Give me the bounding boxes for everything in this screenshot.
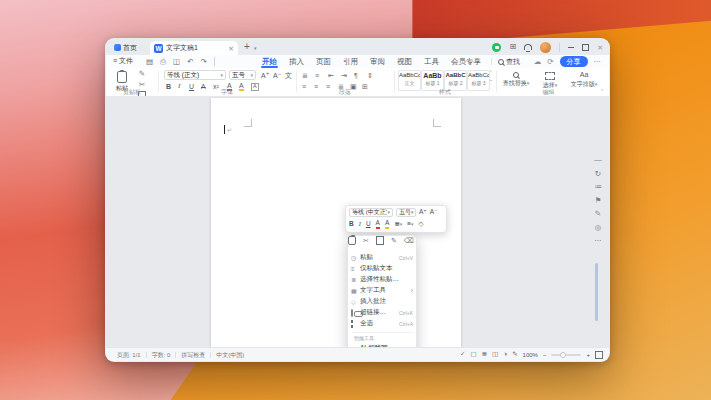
styles-down-icon[interactable]: ⌄ (489, 78, 493, 83)
paragraph-mark-icon[interactable]: ¶ (354, 72, 358, 79)
mini-bullets-icon[interactable]: ≣▾ (394, 221, 402, 228)
mini-font-size-select[interactable]: 五号▾ (396, 208, 416, 217)
copy-icon[interactable] (376, 236, 384, 245)
mini-decrease-font-icon[interactable]: A⁻ (430, 209, 438, 216)
find-replace-button[interactable]: 查找替换▾ (500, 71, 532, 86)
history-sync-icon[interactable]: ⟳ (547, 58, 553, 66)
styles-up-icon[interactable]: ⌃ (489, 71, 493, 76)
annotate-pen-icon[interactable]: ✎ (595, 210, 601, 218)
format-painter-icon[interactable]: ✎ (391, 237, 397, 244)
delete-icon[interactable]: ⌫ (404, 237, 414, 244)
outline-view-icon[interactable]: ≣ (482, 351, 487, 358)
font-size-select[interactable]: 五号▾ (229, 70, 256, 80)
menu-item-text-tools[interactable]: ▦ 文字工具 › (351, 285, 413, 296)
minimize-button[interactable] (568, 47, 574, 48)
format-painter-icon[interactable]: ✎ (139, 70, 145, 78)
cut-icon[interactable]: ✂ (139, 81, 145, 89)
more-tools-icon[interactable]: ⋯ (594, 237, 602, 245)
outline-icon[interactable]: ≔ (594, 183, 602, 191)
font-family-select[interactable]: 等线 (正文)▾ (164, 70, 226, 80)
page-count[interactable]: 页面: 1/1 (112, 352, 147, 358)
home-tab[interactable]: 首页 (111, 41, 140, 53)
spell-check-status[interactable]: 拼写检查 (176, 352, 211, 358)
tab-page[interactable]: 页面 (310, 55, 337, 68)
close-window-button[interactable]: ✕ (597, 44, 603, 51)
pinyin-guide-icon[interactable]: 文 (285, 72, 292, 79)
fullscreen-icon[interactable] (595, 351, 603, 359)
history-icon[interactable]: ↻ (595, 170, 601, 178)
select-button[interactable]: 选择▾ (534, 71, 566, 88)
tab-insert[interactable]: 插入 (283, 55, 310, 68)
share-button[interactable]: 分享 (560, 56, 588, 67)
mini-align-icon[interactable]: ≡▾ (407, 221, 413, 228)
menu-item-select-all[interactable]: 全选 Ctrl+A (351, 318, 413, 329)
menu-item-insert-comment[interactable]: ◇ 插入批注 (351, 296, 413, 307)
zoom-slider-thumb[interactable] (560, 352, 566, 358)
maximize-button[interactable] (582, 44, 589, 51)
line-spacing-icon[interactable]: ⇕ (367, 72, 373, 79)
page-view-icon[interactable]: ▢ (470, 351, 476, 358)
tab-references[interactable]: 引用 (337, 55, 364, 68)
style-normal[interactable]: AaBbCcDd正文 (398, 70, 421, 91)
menu-item-hyperlink[interactable]: 超链接… Ctrl+K (351, 307, 413, 318)
mini-bold-button[interactable]: B (349, 221, 354, 228)
zoom-in-button[interactable]: + (586, 352, 590, 358)
undo-icon[interactable]: ↶ (187, 58, 193, 66)
mini-format-painter-icon[interactable]: ◇ (419, 221, 424, 228)
zoom-level[interactable]: 100% (523, 352, 538, 358)
menu-item-paste[interactable]: ◷ 粘贴 Ctrl+V (351, 252, 413, 263)
zoom-slider[interactable] (551, 354, 581, 356)
print-icon[interactable]: ⎙ (160, 58, 166, 66)
decrease-font-icon[interactable]: A⁻ (273, 72, 281, 79)
save-icon[interactable]: ▤ (146, 58, 153, 66)
mini-underline-button[interactable]: U (366, 221, 371, 228)
tab-home[interactable]: 开始 (256, 55, 283, 68)
style-heading2[interactable]: AaBbC标题 2 (444, 70, 467, 91)
spell-check-icon[interactable]: ✓ (460, 351, 465, 358)
bookmark-flag-icon[interactable]: ⚑ (595, 197, 602, 205)
tab-list-chevron-icon[interactable]: ▾ (254, 45, 257, 51)
paste-icon[interactable] (348, 236, 356, 245)
cloud-sync-icon[interactable]: ☁ (534, 58, 542, 66)
file-menu-button[interactable]: ≡ 文件 (113, 57, 133, 64)
ribbon-collapse-icon[interactable]: ⌃ (600, 88, 604, 94)
mini-font-family-select[interactable]: 等线 (中文正文)▾ (349, 208, 393, 217)
mini-font-color-button[interactable]: A (376, 220, 380, 229)
document-tab[interactable]: W 文字文稿1 ✕ (150, 41, 238, 55)
mini-highlight-button[interactable]: A (385, 220, 389, 229)
redo-icon[interactable]: ↷ (200, 58, 206, 66)
ribbon-search[interactable]: 查找 (491, 58, 520, 65)
tab-member[interactable]: 会员专享 (445, 55, 487, 68)
mini-increase-font-icon[interactable]: A⁺ (419, 209, 427, 216)
bullets-icon[interactable]: ≣ (302, 72, 308, 79)
new-tab-button[interactable]: + (244, 42, 250, 52)
menu-item-paste-special[interactable]: ≣ 选择性粘贴… (351, 274, 413, 285)
increase-font-icon[interactable]: A⁺ (261, 72, 269, 79)
tab-tools[interactable]: 工具 (418, 55, 445, 68)
cut-icon[interactable]: ✂ (363, 237, 369, 244)
vertical-scrollbar[interactable] (595, 263, 598, 321)
apps-grid-icon[interactable]: ⊞ (509, 43, 516, 51)
wps-ai-icon[interactable] (492, 43, 501, 52)
notifications-bell-icon[interactable] (524, 44, 532, 50)
edit-mode-icon[interactable]: ✎ (512, 351, 517, 358)
user-avatar[interactable] (540, 42, 551, 53)
style-heading3[interactable]: AaBbCc标题 3 (467, 70, 490, 91)
close-tab-icon[interactable]: ✕ (228, 45, 234, 52)
collapse-panel-icon[interactable]: — (594, 156, 602, 164)
increase-indent-icon[interactable]: ⇥ (341, 72, 347, 79)
more-options-icon[interactable]: ⋯ (594, 58, 602, 66)
word-count[interactable]: 字数: 0 (147, 352, 177, 358)
mini-italic-button[interactable]: I (359, 221, 361, 228)
tab-review[interactable]: 审阅 (364, 55, 391, 68)
style-heading1[interactable]: AaBb标题 1 (421, 70, 444, 91)
decrease-indent-icon[interactable]: ⇤ (328, 72, 334, 79)
numbering-icon[interactable]: ≡ (315, 72, 319, 79)
eye-protection-icon[interactable]: ◑ (503, 351, 507, 358)
print-preview-icon[interactable]: ◫ (173, 58, 180, 66)
zoom-out-button[interactable]: − (543, 352, 547, 358)
language-status[interactable]: 中文(中国) (211, 352, 249, 358)
tab-view[interactable]: 视图 (391, 55, 418, 68)
text-layout-button[interactable]: Aa 文字排版▾ (568, 71, 600, 87)
menu-item-paste-text[interactable]: ≡ 仅粘贴文本 (351, 263, 413, 274)
